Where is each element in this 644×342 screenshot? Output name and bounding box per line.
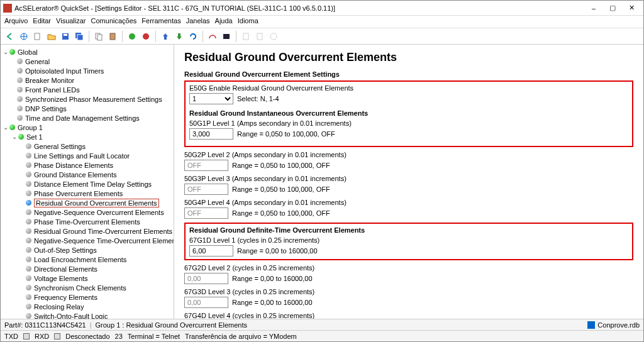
menu-comunicacoes[interactable]: Comunicações (91, 17, 137, 26)
67g2d-input[interactable] (184, 273, 228, 284)
report-icon[interactable] (240, 31, 252, 42)
section-instantaneous: Residual Ground Instantaneous Overcurren… (189, 109, 628, 117)
tree-item[interactable]: Residual Ground Time-Overcurrent Element… (2, 226, 172, 236)
menu-janelas[interactable]: Janelas (186, 17, 210, 26)
tree-group1[interactable]: ⌄Group 1 (2, 123, 172, 132)
tree-item[interactable]: General (2, 57, 172, 66)
separator (236, 31, 236, 42)
menubar: Arquivo Editar Visualizar Comunicações F… (1, 16, 643, 28)
help-icon[interactable] (268, 31, 279, 42)
statusbar-top: Part#: 0311C113N4C5421 | Group 1 : Resid… (1, 319, 643, 330)
menu-arquivo[interactable]: Arquivo (4, 17, 28, 26)
terminal-icon[interactable] (221, 31, 232, 42)
upload-icon[interactable] (160, 31, 171, 42)
status-part: Part#: 0311C113N4C5421 (4, 321, 86, 329)
rxd-label: RXD (35, 333, 49, 340)
50g3p-input[interactable] (184, 184, 228, 195)
67g2d-label: 67G2D Level 2 (cycles in 0.25 increments… (184, 264, 633, 272)
page-title: Residual Ground Overcurrent Elements (184, 51, 633, 64)
status-rfile[interactable]: Conprove.rdb (587, 321, 640, 329)
tree-item[interactable]: Negative-Sequence Time-Overcurrent Eleme… (2, 236, 172, 245)
tree-item[interactable]: Out-of-Step Settings (2, 245, 172, 255)
refresh-icon[interactable] (187, 31, 199, 42)
svg-point-9 (129, 33, 135, 40)
play-icon[interactable] (126, 31, 138, 42)
tree-item[interactable]: Frequency Elements (2, 292, 172, 302)
meter-icon[interactable] (207, 31, 218, 42)
tree-item[interactable]: Synchronized Phasor Measurement Settings (2, 94, 172, 104)
settings-icon[interactable] (254, 31, 265, 42)
window-title: AcSELerator® QuickSet - [Settings Editor… (14, 4, 584, 12)
maximize-button[interactable]: ▢ (603, 2, 622, 14)
tree-item[interactable]: General Settings (2, 141, 172, 151)
tree-item[interactable]: Synchronism Check Elements (2, 283, 172, 292)
app-icon (3, 4, 12, 13)
tree-set1[interactable]: ⌄Set 1 (2, 132, 172, 141)
svg-rect-11 (223, 34, 230, 39)
paste-icon[interactable] (107, 31, 118, 42)
tree-item[interactable]: Ground Distance Elements (2, 170, 172, 179)
menu-editar[interactable]: Editar (33, 17, 51, 26)
tree-item[interactable]: Load Encroachment Elements (2, 255, 172, 264)
67g3d-input[interactable] (184, 297, 228, 308)
globe-icon[interactable] (18, 31, 30, 42)
50g4p-input[interactable] (184, 207, 228, 219)
minimize-button[interactable]: – (584, 2, 603, 14)
50g2p-input[interactable] (184, 160, 228, 171)
tree-item[interactable]: Phase Overcurrent Elements (2, 189, 172, 198)
67g4d-label: 67G4D Level 4 (cycles in 0.25 increments… (184, 312, 633, 319)
svg-point-14 (270, 33, 277, 40)
tree-item[interactable]: Directional Elements (2, 264, 172, 273)
separator (89, 31, 89, 42)
svg-rect-7 (97, 35, 102, 40)
tree-item[interactable]: Switch-Onto-Fault Logic (2, 311, 172, 319)
download-icon[interactable] (174, 31, 185, 42)
67g1d-input[interactable] (189, 245, 233, 256)
tree-item[interactable]: Phase Distance Elements (2, 160, 172, 170)
menu-idioma[interactable]: Idioma (238, 17, 258, 26)
stop-icon[interactable] (140, 31, 152, 42)
tree-item[interactable]: DNP Settings (2, 104, 172, 113)
tree-item-selected[interactable]: Residual Ground Overcurrent Elements (2, 198, 172, 207)
highlight-67g1d: Residual Ground Definite-Time Overcurren… (184, 223, 633, 260)
menu-ferramentas[interactable]: Ferramentas (142, 17, 180, 26)
50g1p-range: Range = 0,050 to 100,000, OFF (237, 130, 335, 138)
tree-item[interactable]: Phase Time-Overcurrent Elements (2, 217, 172, 226)
txd-led (23, 333, 30, 339)
svg-rect-3 (64, 34, 67, 36)
e50g-select[interactable]: 1 (189, 93, 233, 104)
saveall-icon[interactable] (74, 31, 85, 42)
tree-global[interactable]: ⌄Global (2, 47, 172, 57)
50g3p-range: Range = 0,050 to 100,000, OFF (232, 185, 330, 193)
tree-item[interactable]: Voltage Elements (2, 273, 172, 283)
tree-item[interactable]: Front Panel LEDs (2, 85, 172, 94)
svg-rect-1 (35, 33, 40, 40)
separator (122, 31, 123, 42)
50g2p-label: 50G2P Level 2 (Amps secondary in 0.01 in… (184, 151, 633, 158)
titlebar: AcSELerator® QuickSet - [Settings Editor… (1, 1, 643, 16)
copy-icon[interactable] (93, 31, 104, 42)
back-icon[interactable] (4, 31, 16, 42)
close-button[interactable]: ✕ (622, 2, 641, 14)
tree-item[interactable]: Time and Date Management Settings (2, 113, 172, 123)
new-icon[interactable] (32, 31, 43, 42)
67g3d-label: 67G3D Level 3 (cycles in 0.25 increments… (184, 288, 633, 295)
tree-item[interactable]: Optoisolated Input Timers (2, 66, 172, 75)
port-status: 23 (115, 333, 123, 340)
67g2d-range: Range = 0,00 to 16000,00 (232, 275, 313, 282)
67g3d-range: Range = 0,00 to 16000,00 (232, 299, 313, 306)
save-icon[interactable] (60, 31, 71, 42)
content-panel: Residual Ground Overcurrent Elements Res… (174, 45, 643, 319)
open-icon[interactable] (46, 31, 57, 42)
highlight-e50g: E50G Enable Residual Ground Overcurrent … (184, 80, 633, 147)
tree-item[interactable]: Line Settings and Fault Locator (2, 151, 172, 160)
menu-visualizar[interactable]: Visualizar (56, 17, 86, 26)
tree-item[interactable]: Breaker Monitor (2, 75, 172, 85)
tree-item[interactable]: Negative-Sequence Overcurrent Elements (2, 207, 172, 217)
status-crumb: Group 1 : Residual Ground Overcurrent El… (96, 321, 248, 329)
settings-tree[interactable]: ⌄Global General Optoisolated Input Timer… (1, 45, 174, 319)
50g1p-input[interactable] (189, 128, 233, 140)
tree-item[interactable]: Distance Element Time Delay Settings (2, 179, 172, 189)
menu-ajuda[interactable]: Ajuda (215, 17, 233, 26)
tree-item[interactable]: Reclosing Relay (2, 302, 172, 311)
